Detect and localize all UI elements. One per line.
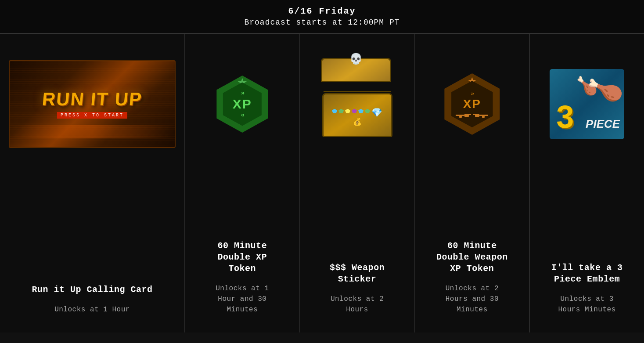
xp-arrows: » xyxy=(241,90,244,97)
svg-rect-4 xyxy=(479,115,488,116)
emblem-piece-text: PIECE xyxy=(586,118,620,130)
card-three-piece: 🍗 🍗 3 PIECE I'll take a 3Piece Emblem Un… xyxy=(530,34,644,332)
svg-rect-3 xyxy=(459,116,462,118)
card-text-weapon-sticker: $$$ WeaponSticker Unlocks at 2Hours xyxy=(309,262,406,315)
card-unlock-calling-card: Unlocks at 1 Hour xyxy=(13,304,171,315)
card-text-calling-card: Run it Up Calling Card Unlocks at 1 Hour xyxy=(9,284,176,315)
chest-contents: 💎 💰 xyxy=(331,109,384,126)
weapon-arrows: » xyxy=(471,90,473,97)
card-title-calling-card: Run it Up Calling Card xyxy=(13,284,171,296)
xp-text: XP xyxy=(233,97,252,112)
card-image-weapon-xp: » XP xyxy=(424,47,521,161)
weapon-xp-visual: » XP xyxy=(439,71,505,137)
card-image-weapon-sticker: 💀 💎 💰 xyxy=(309,47,406,161)
svg-rect-7 xyxy=(482,116,485,118)
broadcast-date: 6/16 Friday xyxy=(4,6,640,16)
card-title-three-piece: I'll take a 3Piece Emblem xyxy=(543,262,631,285)
xp-badge-visual: » XP « xyxy=(212,73,273,135)
card-weapon-xp: » XP xyxy=(415,34,530,332)
card-weapon-sticker: 💀 💎 💰 xyxy=(300,34,415,332)
svg-rect-5 xyxy=(475,114,479,117)
calling-card-visual: Run It Up PRESS X TO START xyxy=(9,60,176,148)
svg-rect-0 xyxy=(456,115,464,116)
card-image-calling-card: Run It Up PRESS X TO START xyxy=(9,47,176,161)
weapon-xp-text: XP xyxy=(463,97,481,111)
calling-card-logo: Run It Up xyxy=(41,90,143,108)
svg-rect-6 xyxy=(473,114,475,115)
card-title-weapon-xp: 60 MinuteDouble WeaponXP Token xyxy=(428,240,516,274)
gem-green2 xyxy=(365,109,370,113)
chest-skull-icon: 💀 xyxy=(349,53,363,65)
card-unlock-double-xp: Unlocks at 1Hour and 30Minutes xyxy=(198,283,286,315)
card-unlock-three-piece: Unlocks at 3Hours Minutes xyxy=(543,294,631,315)
calling-card-press-start: PRESS X TO START xyxy=(57,112,127,119)
gem-green xyxy=(338,109,344,113)
svg-rect-1 xyxy=(464,114,469,117)
card-image-double-xp: » XP « xyxy=(194,47,291,161)
xp-arrows-bottom: « xyxy=(241,112,244,119)
broadcast-header: 6/16 Friday Broadcast starts at 12:00PM … xyxy=(0,0,644,34)
gem-purple xyxy=(352,109,357,113)
card-unlock-weapon-xp: Unlocks at 2Hours and 30Minutes xyxy=(428,283,516,315)
chest-body: 💎 💰 xyxy=(322,93,392,137)
weapon-guns-icon xyxy=(456,113,488,118)
card-unlock-weapon-sticker: Unlocks at 2Hours xyxy=(313,294,401,315)
card-text-double-xp: 60 MinuteDouble XPToken Unlocks at 1Hour… xyxy=(194,240,291,315)
svg-rect-2 xyxy=(469,114,471,115)
rewards-grid: Run It Up PRESS X TO START Run it Up Cal… xyxy=(0,34,644,332)
broadcast-time: Broadcast starts at 12:00PM PT xyxy=(4,18,640,27)
card-title-double-xp: 60 MinuteDouble XPToken xyxy=(198,240,286,274)
three-piece-visual: 🍗 🍗 3 PIECE xyxy=(547,65,626,144)
emblem-number: 3 xyxy=(556,101,574,133)
emblem-background: 🍗 🍗 3 PIECE xyxy=(550,69,624,139)
chest-lid: 💀 xyxy=(321,58,391,82)
card-image-three-piece: 🍗 🍗 3 PIECE xyxy=(539,47,635,161)
treasure-chest-visual: 💀 💎 💰 xyxy=(318,69,397,139)
card-double-xp: » XP « 60 MinuteDouble XPToken Unlocks a… xyxy=(185,34,300,332)
card-text-three-piece: I'll take a 3Piece Emblem Unlocks at 3Ho… xyxy=(539,262,635,315)
gem-blue xyxy=(332,109,337,113)
gem-yellow xyxy=(345,109,350,113)
gem-blue2 xyxy=(358,109,363,113)
card-text-weapon-xp: 60 MinuteDouble WeaponXP Token Unlocks a… xyxy=(424,240,521,315)
card-title-weapon-sticker: $$$ WeaponSticker xyxy=(313,262,401,285)
card-calling-card: Run It Up PRESS X TO START Run it Up Cal… xyxy=(0,34,185,332)
